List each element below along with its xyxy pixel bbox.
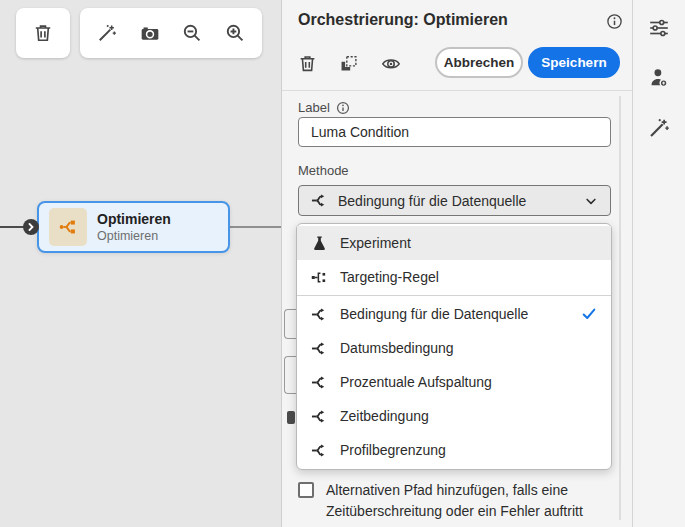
save-button[interactable]: Speichern	[528, 47, 620, 78]
zoom-in-button[interactable]	[218, 16, 252, 50]
trash-icon	[33, 23, 53, 43]
split-icon	[58, 217, 78, 237]
profile-icon	[648, 67, 670, 89]
zoom-out-icon	[182, 23, 202, 43]
panel-preview-button[interactable]	[376, 48, 406, 78]
label-field-row: Label	[298, 100, 350, 115]
node-icon-tile	[49, 208, 87, 246]
trash-icon	[298, 54, 317, 73]
duplicate-icon	[339, 54, 358, 73]
auto-layout-button[interactable]	[90, 16, 124, 50]
dropdown-divider	[297, 295, 611, 296]
alternative-path-checkbox[interactable]	[298, 482, 314, 498]
rail-settings-button[interactable]	[644, 13, 674, 43]
cancel-button[interactable]: Abbrechen	[435, 47, 523, 78]
camera-icon	[140, 23, 160, 43]
condition-split-icon	[311, 442, 328, 459]
dropdown-item-label: Bedingung für die Datenquelle	[340, 306, 528, 322]
dropdown-item-label: Targeting-Regel	[340, 269, 439, 285]
condition-split-icon	[311, 340, 328, 357]
rail-profile-button[interactable]	[644, 63, 674, 93]
panel-scrollbar[interactable]	[619, 96, 621, 520]
canvas-toolbar-view-group	[80, 8, 262, 58]
info-icon[interactable]	[336, 101, 350, 115]
magic-wand-icon	[648, 117, 670, 139]
dropdown-item-label: Prozentuale Aufspaltung	[340, 374, 492, 390]
condition-split-icon	[311, 374, 328, 391]
label-input[interactable]	[298, 117, 611, 147]
info-icon	[606, 13, 623, 30]
canvas-toolbar-delete-group	[16, 8, 70, 58]
alternative-path-checkbox-row: Alternativen Pfad hinzufügen, falls eine…	[298, 480, 608, 522]
right-icon-rail	[632, 0, 685, 527]
method-select-value: Bedingung für die Datenquelle	[338, 193, 526, 209]
dropdown-item-targeting-regel[interactable]: Targeting-Regel	[297, 260, 611, 294]
rail-ai-assistant-button[interactable]	[644, 113, 674, 143]
edge-outgoing	[230, 226, 281, 228]
hidden-control-fragment	[284, 309, 296, 339]
method-dropdown-list: Experiment Targeting-Regel Bedingung für…	[296, 223, 612, 470]
chevron-down-icon	[584, 194, 598, 208]
panel-toolbar	[292, 47, 406, 79]
dropdown-item-label: Experiment	[340, 235, 411, 251]
magic-wand-icon	[97, 23, 117, 43]
condition-split-icon	[311, 192, 328, 209]
properties-panel: Orchestrierung: Optimieren Abbrechen Spe…	[281, 0, 632, 527]
dropdown-item-label: Profilbegrenzung	[340, 442, 446, 458]
zoom-out-button[interactable]	[175, 16, 209, 50]
canvas-node-optimieren[interactable]: Optimieren Optimieren	[37, 201, 230, 253]
dropdown-item-label: Datumsbedingung	[340, 340, 454, 356]
zoom-in-icon	[225, 23, 245, 43]
method-select[interactable]: Bedingung für die Datenquelle	[298, 185, 611, 216]
method-field-caption: Methode	[298, 163, 349, 178]
panel-info-button[interactable]	[604, 11, 624, 31]
condition-split-icon	[311, 408, 328, 425]
settings-sliders-icon	[648, 17, 670, 39]
dropdown-item-prozentuale-aufspaltung[interactable]: Prozentuale Aufspaltung	[297, 365, 611, 399]
edge-arrow-handle[interactable]	[23, 219, 39, 235]
panel-title: Orchestrierung: Optimieren	[298, 11, 508, 29]
panel-duplicate-button[interactable]	[333, 48, 363, 78]
dropdown-item-label: Zeitbedingung	[340, 408, 429, 424]
hidden-control-fragment	[287, 411, 295, 424]
node-text: Optimieren Optimieren	[97, 210, 171, 244]
dropdown-item-bedingung-datenquelle[interactable]: Bedingung für die Datenquelle	[297, 297, 611, 331]
dropdown-item-datumsbedingung[interactable]: Datumsbedingung	[297, 331, 611, 365]
condition-split-icon	[311, 306, 328, 323]
delete-node-button[interactable]	[26, 16, 60, 50]
label-field-caption: Label	[298, 100, 330, 115]
hidden-control-fragment	[284, 356, 296, 394]
dropdown-item-zeitbedingung[interactable]: Zeitbedingung	[297, 399, 611, 433]
node-title: Optimieren	[97, 210, 171, 228]
checkmark-icon	[581, 306, 597, 322]
node-subtitle: Optimieren	[97, 228, 171, 244]
preview-eye-icon	[381, 53, 401, 73]
targeting-rule-icon	[311, 269, 328, 286]
dropdown-item-profilbegrenzung[interactable]: Profilbegrenzung	[297, 433, 611, 467]
dropdown-item-experiment[interactable]: Experiment	[297, 226, 611, 260]
panel-delete-button[interactable]	[292, 48, 322, 78]
chevron-right-icon	[27, 223, 35, 231]
screenshot-button[interactable]	[133, 16, 167, 50]
panel-divider	[282, 90, 633, 91]
alternative-path-checkbox-label: Alternativen Pfad hinzufügen, falls eine…	[326, 480, 598, 522]
flask-icon	[311, 235, 328, 252]
